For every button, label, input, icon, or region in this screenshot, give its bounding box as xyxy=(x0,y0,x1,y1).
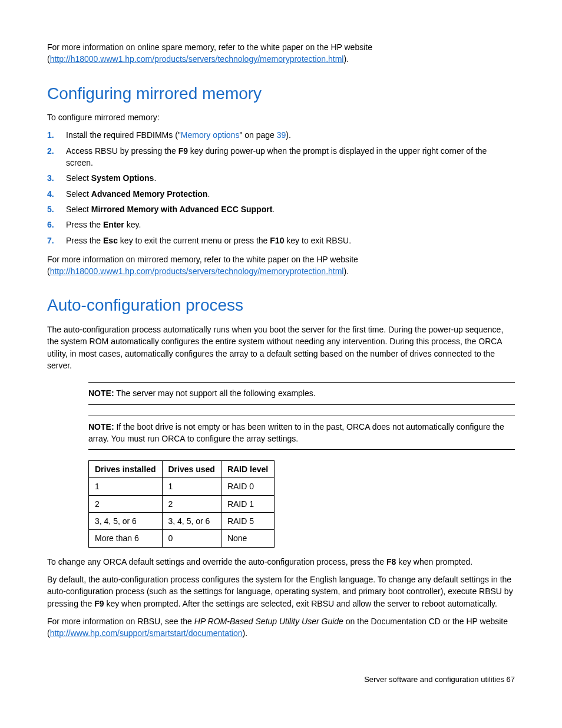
step-text: Select Advanced Memory Protection. xyxy=(66,188,210,200)
heading-auto-configuration-process: Auto-configuration process xyxy=(47,294,515,318)
note-box-1: NOTE: The server may not support all the… xyxy=(88,382,515,404)
heading-configuring-mirrored-memory: Configuring mirrored memory xyxy=(47,82,515,106)
step-text: Select Mirrored Memory with Advanced ECC… xyxy=(66,203,275,215)
step-text: Select System Options. xyxy=(66,172,156,184)
step-text: Press the Enter key. xyxy=(66,219,141,230)
note-label: NOTE: xyxy=(88,422,114,431)
table-header-row: Drives installed Drives used RAID level xyxy=(89,461,275,478)
section1-lead: To configure mirrored memory: xyxy=(47,111,515,123)
xref-page[interactable]: 39 xyxy=(277,130,286,140)
section1-outro: For more information on mirrored memory,… xyxy=(47,253,515,278)
raid-table: Drives installed Drives used RAID level … xyxy=(88,460,275,547)
raid-table-container: Drives installed Drives used RAID level … xyxy=(88,460,515,547)
step-3: 3. Select System Options. xyxy=(47,172,515,184)
note-text: If the boot drive is not empty or has be… xyxy=(88,422,504,443)
section2-p4-link[interactable]: http://www.hp.com/support/smartstart/doc… xyxy=(50,628,243,638)
step-text: Access RBSU by pressing the F9 key durin… xyxy=(66,145,515,169)
step-num: 5. xyxy=(47,203,55,215)
step-num: 1. xyxy=(47,129,55,141)
intro-link[interactable]: http://h18000.www1.hp.com/products/serve… xyxy=(50,54,344,64)
th-drives-installed: Drives installed xyxy=(89,461,163,478)
step-5: 5. Select Mirrored Memory with Advanced … xyxy=(47,203,515,215)
section2-p1: The auto-configuration process automatic… xyxy=(47,324,515,371)
xref-memory-options[interactable]: Memory options xyxy=(181,130,240,140)
page-footer: Server software and configuration utilit… xyxy=(47,674,515,686)
intro-paragraph: For more information on online spare mem… xyxy=(47,41,515,65)
section2-p4: For more information on RBSU, see the HP… xyxy=(47,615,515,640)
step-num: 6. xyxy=(47,219,55,230)
step-7: 7. Press the Esc key to exit the current… xyxy=(47,235,515,246)
th-drives-used: Drives used xyxy=(162,461,221,478)
step-num: 2. xyxy=(47,145,55,169)
section2-p2: To change any ORCA default settings and … xyxy=(47,556,515,568)
note-label: NOTE: xyxy=(88,388,114,398)
step-num: 7. xyxy=(47,235,55,246)
step-num: 3. xyxy=(47,172,55,184)
step-text: Press the Esc key to exit the current me… xyxy=(66,235,351,246)
step-num: 4. xyxy=(47,188,55,200)
note-text: The server may not support all the follo… xyxy=(114,388,316,398)
table-row: 2 2 RAID 1 xyxy=(89,495,275,512)
step-4: 4. Select Advanced Memory Protection. xyxy=(47,188,515,200)
step-text: Install the required FBDIMMs ("Memory op… xyxy=(66,129,291,141)
section1-steps: 1. Install the required FBDIMMs ("Memory… xyxy=(47,129,515,246)
section2-p3: By default, the auto-configuration proce… xyxy=(47,574,515,610)
table-row: 3, 4, 5, or 6 3, 4, 5, or 6 RAID 5 xyxy=(89,513,275,530)
step-2: 2. Access RBSU by pressing the F9 key du… xyxy=(47,145,515,169)
note-box-2: NOTE: If the boot drive is not empty or … xyxy=(88,416,515,450)
step-6: 6. Press the Enter key. xyxy=(47,219,515,230)
intro-text-after: ). xyxy=(343,54,349,64)
table-row: 1 1 RAID 0 xyxy=(89,478,275,495)
th-raid-level: RAID level xyxy=(221,461,274,478)
section1-outro-link[interactable]: http://h18000.www1.hp.com/products/serve… xyxy=(50,266,344,276)
step-1: 1. Install the required FBDIMMs ("Memory… xyxy=(47,129,515,141)
table-row: More than 6 0 None xyxy=(89,530,275,547)
